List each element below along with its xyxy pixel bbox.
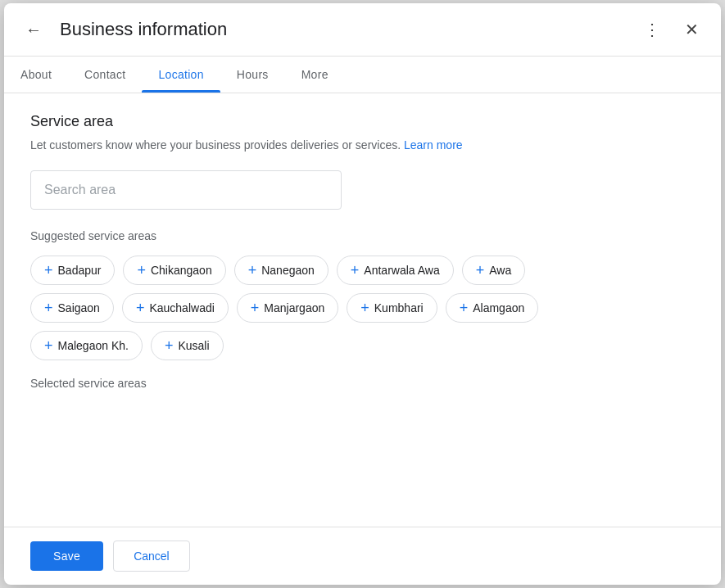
- back-icon: ←: [25, 20, 42, 39]
- chip-manjargaon[interactable]: + Manjargaon: [237, 293, 338, 323]
- chip-kumbhari[interactable]: + Kumbhari: [347, 293, 437, 323]
- modal-header: ← Business information ⋮ ✕: [4, 3, 721, 57]
- chip-badapur[interactable]: + Badapur: [30, 256, 115, 285]
- chip-chikangaon[interactable]: + Chikangaon: [123, 256, 225, 285]
- header-actions: ⋮ ✕: [636, 13, 708, 46]
- tab-location[interactable]: Location: [142, 57, 220, 93]
- chip-awa[interactable]: + Awa: [462, 256, 526, 285]
- chip-saigaon[interactable]: + Saigaon: [30, 293, 114, 323]
- modal: ← Business information ⋮ ✕ About Contact…: [4, 3, 721, 585]
- plus-icon: +: [360, 301, 369, 315]
- service-area-title: Service area: [30, 113, 695, 130]
- tab-bar: About Contact Location Hours More: [4, 57, 721, 93]
- tab-contact[interactable]: Contact: [68, 57, 142, 93]
- cancel-button[interactable]: Cancel: [113, 541, 190, 572]
- footer: Save Cancel: [4, 527, 721, 585]
- content-area: Service area Let customers know where yo…: [4, 93, 721, 527]
- chip-malegaon-kh[interactable]: + Malegaon Kh.: [30, 331, 143, 360]
- search-area-input[interactable]: [30, 170, 342, 210]
- plus-icon: +: [476, 263, 485, 278]
- plus-icon: +: [137, 263, 146, 278]
- plus-icon: +: [136, 301, 145, 315]
- chip-antarwala-awa[interactable]: + Antarwala Awa: [337, 256, 454, 285]
- plus-icon: +: [351, 263, 360, 278]
- selected-areas-label: Selected service areas: [30, 377, 695, 390]
- service-area-description: Let customers know where your business p…: [30, 137, 695, 154]
- chips-row-1: + Badapur + Chikangaon + Nanegaon + Anta…: [30, 256, 695, 285]
- chip-kusali[interactable]: + Kusali: [151, 331, 224, 360]
- plus-icon: +: [251, 301, 260, 315]
- tab-hours[interactable]: Hours: [220, 57, 285, 93]
- plus-icon: +: [248, 263, 257, 278]
- back-button[interactable]: ←: [17, 13, 50, 46]
- more-icon: ⋮: [644, 20, 660, 39]
- chip-alamgaon[interactable]: + Alamgaon: [446, 293, 539, 323]
- learn-more-link[interactable]: Learn more: [404, 138, 463, 152]
- close-icon: ✕: [685, 20, 699, 39]
- suggested-areas-label: Suggested service areas: [30, 229, 695, 242]
- chip-nanegaon[interactable]: + Nanegaon: [234, 256, 329, 285]
- tab-about[interactable]: About: [4, 57, 68, 93]
- chip-kauchalwadi[interactable]: + Kauchalwadi: [122, 293, 229, 323]
- search-input-container: [30, 170, 695, 210]
- chips-row-3: + Malegaon Kh. + Kusali: [30, 331, 695, 360]
- save-button[interactable]: Save: [30, 541, 103, 571]
- plus-icon: +: [460, 301, 469, 315]
- plus-icon: +: [44, 263, 53, 278]
- plus-icon: +: [165, 338, 174, 353]
- plus-icon: +: [44, 301, 53, 315]
- tab-more[interactable]: More: [285, 57, 345, 93]
- close-button[interactable]: ✕: [675, 13, 708, 46]
- plus-icon: +: [44, 338, 53, 353]
- page-title: Business information: [60, 19, 626, 40]
- chips-row-2: + Saigaon + Kauchalwadi + Manjargaon + K…: [30, 293, 695, 323]
- more-options-button[interactable]: ⋮: [636, 13, 668, 46]
